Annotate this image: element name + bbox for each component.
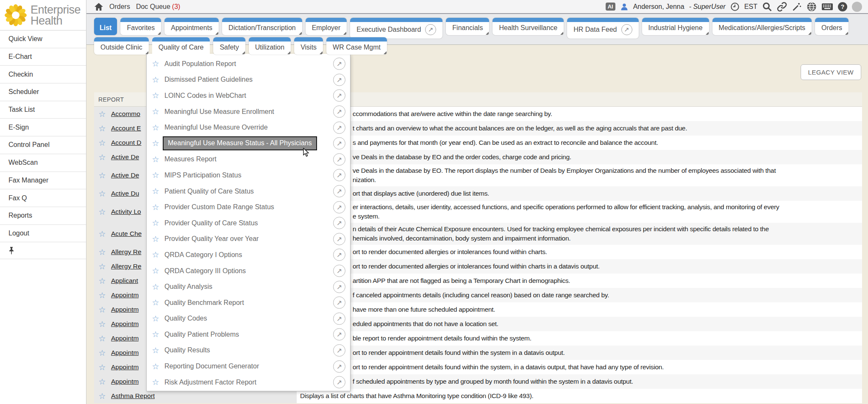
favorite-star-icon[interactable]: ☆ [150,108,161,116]
favorite-star-icon[interactable]: ☆ [97,263,108,271]
report-link[interactable]: Active De [111,153,139,161]
primary-tab[interactable]: Orders [815,18,849,35]
primary-tab[interactable]: Executive Dashboard↗ [350,18,442,39]
dropdown-menu-item[interactable]: ☆ QRDA Category III Options ↗ [147,263,350,279]
primary-tab[interactable]: List [94,18,117,35]
sidebar-item[interactable]: Fax Manager [0,172,86,190]
dropdown-menu-item[interactable]: ☆ Quality Analysis ↗ [147,279,350,295]
favorite-star-icon[interactable]: ☆ [97,208,108,216]
favorite-star-icon[interactable]: ☆ [150,235,161,243]
search-icon[interactable] [762,2,772,12]
keyboard-icon[interactable] [821,3,833,11]
favorite-star-icon[interactable]: ☆ [150,60,161,68]
link-icon[interactable] [777,2,787,12]
report-link[interactable]: Active De [111,172,139,179]
favorite-star-icon[interactable]: ☆ [97,306,108,314]
open-report-arrow-icon[interactable]: ↗ [333,265,345,277]
sidebar-item[interactable]: Control Panel [0,136,86,154]
dropdown-menu-item[interactable]: ☆ QRDA Category I Options ↗ [147,247,350,263]
favorite-star-icon[interactable]: ☆ [97,277,108,285]
dropdown-menu-item[interactable]: ☆ Quality Patient Problems ↗ [147,327,350,343]
open-report-arrow-icon[interactable]: ↗ [333,296,345,309]
open-report-arrow-icon[interactable]: ↗ [333,201,345,213]
favorite-star-icon[interactable]: ☆ [150,187,161,195]
primary-tab[interactable]: HR Data Feed↗ [567,18,638,39]
favorite-star-icon[interactable]: ☆ [150,283,161,291]
wand-icon[interactable] [792,2,802,12]
report-link[interactable]: Appointm [111,320,139,328]
favorite-star-icon[interactable]: ☆ [150,330,161,338]
dropdown-menu-item[interactable]: ☆ Reporting Document Generator ↗ [147,358,350,374]
report-link[interactable]: Activity Lo [111,208,141,216]
dropdown-menu-item[interactable]: ☆ Dismissed Patient Guidelines ↗ [147,72,350,88]
report-link[interactable]: Appointm [111,349,139,357]
primary-tab[interactable]: Health Surveillance [492,18,564,35]
favorite-star-icon[interactable]: ☆ [150,378,161,386]
primary-tab[interactable]: Employer [306,18,347,35]
favorite-star-icon[interactable]: ☆ [97,125,108,133]
secondary-tab[interactable]: Quality of Care [152,37,210,60]
open-report-arrow-icon[interactable]: ↗ [333,281,345,293]
dropdown-menu-item[interactable]: ☆ Quality Results ↗ [147,343,350,359]
favorite-star-icon[interactable]: ☆ [97,139,108,147]
open-report-arrow-icon[interactable]: ↗ [333,185,345,197]
dropdown-menu-item[interactable]: ☆ Measures Report ↗ [147,152,350,168]
favorite-star-icon[interactable]: ☆ [97,378,108,386]
dropdown-menu-item[interactable]: ☆ MIPS Participation Status ↗ [147,167,350,183]
report-link[interactable]: Appointm [111,306,139,313]
secondary-tab[interactable]: Safety [213,37,245,55]
dropdown-menu-item[interactable]: ☆ Risk Adjustment Factor Report ↗ [147,374,350,390]
external-link-icon[interactable]: ↗ [621,24,632,35]
favorite-star-icon[interactable]: ☆ [150,251,161,259]
dropdown-menu-item[interactable]: ☆ Provider Custom Date Range Status ↗ [147,199,350,215]
favorite-star-icon[interactable]: ☆ [97,349,108,357]
favorite-star-icon[interactable]: ☆ [150,76,161,84]
favorite-star-icon[interactable]: ☆ [97,363,108,371]
report-link[interactable]: Applicant [111,277,138,285]
sidebar-item[interactable]: Scheduler [0,83,86,101]
favorite-star-icon[interactable]: ☆ [150,267,161,275]
open-report-arrow-icon[interactable]: ↗ [333,249,345,261]
favorite-star-icon[interactable]: ☆ [97,392,108,400]
secondary-tab[interactable]: Utilization [249,37,291,55]
favorite-star-icon[interactable]: ☆ [150,171,161,179]
pushpin-icon[interactable] [8,246,14,255]
report-link[interactable]: Asthma Report [111,392,155,400]
report-link[interactable]: Appointm [111,363,139,371]
favorite-star-icon[interactable]: ☆ [97,335,108,343]
open-report-arrow-icon[interactable]: ↗ [333,328,345,340]
secondary-tab[interactable]: Visits [294,37,323,55]
report-link[interactable]: Appointm [111,335,139,342]
dropdown-menu-item[interactable]: ☆ Patient Quality of Care Status ↗ [147,183,350,199]
sidebar-item[interactable]: E-Chart [0,48,86,66]
primary-tab[interactable]: Appointments [164,18,219,35]
legacy-view-button[interactable]: LEGACY VIEW [801,64,862,80]
favorite-star-icon[interactable]: ☆ [97,248,108,256]
favorite-star-icon[interactable]: ☆ [97,291,108,299]
dropdown-menu-item[interactable]: ☆ Provider Quality of Care Status ↗ [147,215,350,231]
open-report-arrow-icon[interactable]: ↗ [333,153,345,166]
sidebar-item[interactable]: Logout [0,225,86,243]
report-link[interactable]: Acute Che [111,230,142,238]
dropdown-menu-item[interactable]: ☆ Meaningful Use Measure Status - All Ph… [147,136,350,152]
help-icon[interactable]: ? [838,2,847,11]
favorite-star-icon[interactable]: ☆ [150,124,161,132]
ai-badge[interactable]: AI [606,3,615,11]
open-report-arrow-icon[interactable]: ↗ [333,376,345,388]
favorite-star-icon[interactable]: ☆ [150,139,161,147]
report-link[interactable]: Allergy Re [111,263,142,270]
dropdown-menu-item[interactable]: ☆ Meaningful Use Measure Enrollment ↗ [147,104,350,120]
favorite-star-icon[interactable]: ☆ [150,315,161,323]
report-link[interactable]: Allergy Re [111,248,142,256]
dropdown-menu-item[interactable]: ☆ Quality Benchmark Report ↗ [147,295,350,311]
primary-tab[interactable]: Medications/Allergies/Scripts [712,18,812,35]
report-link[interactable]: Account D [111,139,142,147]
sidebar-item[interactable]: Task List [0,101,86,119]
open-report-arrow-icon[interactable]: ↗ [333,122,345,134]
open-report-arrow-icon[interactable]: ↗ [333,313,345,325]
open-report-arrow-icon[interactable]: ↗ [333,217,345,229]
sidebar-item[interactable]: Reports [0,207,86,225]
clock-icon[interactable] [730,2,740,11]
open-report-arrow-icon[interactable]: ↗ [333,233,345,245]
secondary-tab[interactable]: Outside Clinic [94,37,149,55]
